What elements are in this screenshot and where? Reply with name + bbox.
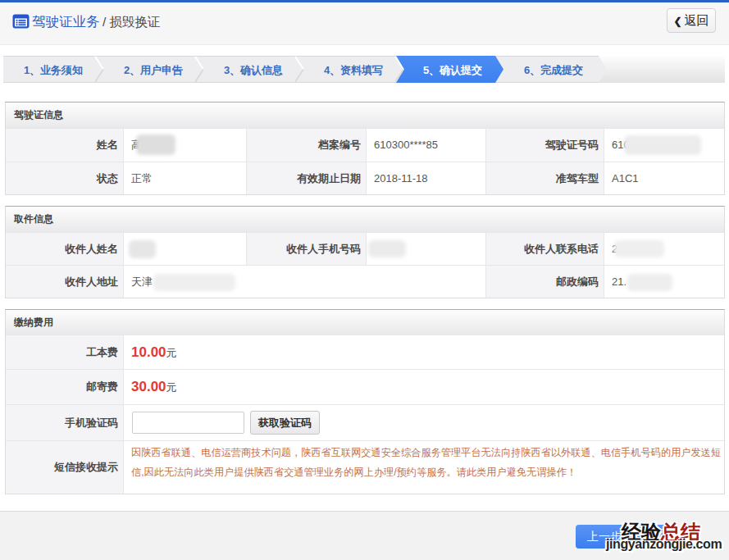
svg-text:5、确认提交: 5、确认提交 xyxy=(423,64,482,76)
svg-text:4、资料填写: 4、资料填写 xyxy=(324,64,383,76)
svg-text:6、完成提交: 6、完成提交 xyxy=(524,64,583,76)
svg-text:3、确认信息: 3、确认信息 xyxy=(224,64,283,76)
svg-text:2、用户申告: 2、用户申告 xyxy=(124,64,183,76)
svg-text:1、业务须知: 1、业务须知 xyxy=(24,64,83,76)
